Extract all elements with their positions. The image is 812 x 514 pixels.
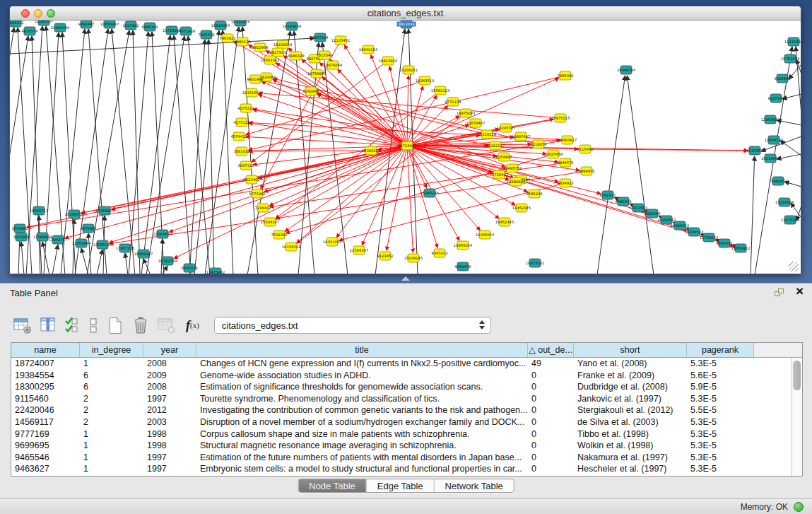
window-titlebar[interactable]: citations_edges.txt — [10, 6, 801, 21]
table-select-dropdown[interactable]: citations_edges.txt — [214, 317, 491, 334]
graph-node-label: 10653287 — [100, 22, 119, 26]
table-row[interactable]: 911546021997Tourette syndrome. Phenomeno… — [11, 393, 802, 405]
table-row[interactable]: 977716911998Corpus callosum shape and si… — [11, 428, 802, 440]
graph-node-label: 19565717 — [30, 209, 48, 213]
graph-node-label: 14463627 — [558, 138, 577, 142]
column-header-out_de[interactable]: △ out_de... — [528, 343, 574, 357]
column-header-in_degree[interactable]: in_degree — [80, 343, 143, 357]
vertical-scrollbar[interactable] — [792, 358, 802, 476]
scrollbar-thumb[interactable] — [793, 361, 801, 390]
table-row[interactable]: 2242004622012Investigating the contribut… — [11, 404, 802, 416]
table-panel: Table Panel × f(x) citations_edges.txt — [0, 283, 812, 514]
graph-node-label: 12444134 — [765, 138, 784, 142]
graph-node-label: 23676068 — [324, 63, 342, 67]
table-row[interactable]: 946554611997Estimation of the future num… — [11, 452, 802, 464]
graph-node-label: 15751074 — [781, 57, 800, 61]
canvas-resize-grip[interactable] — [789, 262, 799, 271]
graph-node-label: 18756685 — [307, 71, 326, 76]
table-row[interactable]: 1456911722003Disruption of a novel membe… — [11, 416, 802, 428]
table-cell: 5.3E-5 — [687, 452, 754, 464]
column-header-short[interactable]: short — [574, 343, 687, 357]
table-settings-icon[interactable] — [13, 316, 33, 334]
table-cell: Tourette syndrome. Phenomenology and cla… — [196, 393, 528, 405]
new-document-icon[interactable] — [106, 316, 124, 335]
graph-node-label: 16640193 — [359, 47, 377, 52]
graph-node-label: 9242848 — [302, 89, 319, 93]
delete-icon[interactable] — [131, 316, 151, 335]
table-toolbar: f(x) citations_edges.txt — [13, 315, 491, 336]
desktop-background: citations_edges.txt 18724007886012889129… — [0, 0, 812, 283]
table-row[interactable]: 969969511998Structural magnetic resonanc… — [11, 440, 802, 452]
graph-node-label: 9827503 — [269, 50, 286, 54]
graph-node-label: 20691406 — [51, 25, 69, 30]
table-cell: 6 — [80, 381, 143, 393]
graph-node-label: 7857224 — [312, 35, 329, 40]
tab-edge-table[interactable]: Edge Table — [367, 479, 435, 492]
table-cell: 0 — [528, 404, 574, 416]
network-canvas[interactable]: 1872400788601288912958182260589827503818… — [10, 21, 801, 274]
close-panel-icon[interactable]: × — [796, 284, 804, 298]
table-cell: Estimation of significance thresholds fo… — [196, 381, 528, 393]
graph-node-label: 15345145 — [420, 191, 439, 195]
graph-node-label: 8813034 — [398, 22, 415, 26]
table-cell: Stergiakouli et al. (2012) — [574, 404, 687, 416]
graph-node-label: 8215953 — [746, 148, 763, 153]
graph-node-label: 17957225 — [116, 246, 134, 250]
table-cell: 9465546 — [11, 452, 80, 464]
graph-node-label: 12093832 — [761, 117, 779, 122]
graph-node-label: 17016504 — [775, 200, 794, 204]
graph-node-label: 9835028 — [181, 266, 197, 270]
table-row[interactable]: 946362711997Embryonic stem cells: a mode… — [11, 463, 802, 475]
table-cell: 1 — [80, 440, 143, 452]
graph-node-label: 10807487 — [512, 134, 530, 139]
column-header-name[interactable]: name — [11, 343, 80, 357]
tab-node-table[interactable]: Node Table — [298, 479, 367, 492]
column-header-year[interactable]: year — [143, 343, 196, 357]
graph-node-label: 18300295 — [362, 148, 380, 153]
tab-network-table[interactable]: Network Table — [435, 479, 514, 492]
graph-node-label: 7615526 — [198, 33, 214, 37]
unselect-all-icon[interactable] — [87, 316, 100, 334]
graph-node-label: 3915918 — [13, 235, 29, 239]
graph-node-label: 8771134 — [445, 100, 461, 104]
table-row[interactable]: 1938455462009Genome-wide association stu… — [11, 370, 802, 382]
table-cell: 1998 — [143, 428, 196, 440]
graph-node-label: 18151502 — [242, 90, 261, 95]
graph-node-label: 18724007 — [398, 144, 416, 148]
graph-node-label: 11675338 — [781, 218, 799, 222]
table-cell: 22420046 — [11, 404, 80, 416]
table-cell: 2008 — [143, 381, 196, 393]
splitter-handle[interactable] — [401, 276, 410, 281]
table-cell: 0 — [528, 440, 574, 452]
table-row[interactable]: 1830029562008Estimation of significance … — [11, 381, 802, 393]
graph-node-label: 9949575 — [557, 160, 573, 165]
table-cell: 0 — [528, 381, 574, 393]
table-cell: 1998 — [143, 440, 196, 452]
graph-node-label: 10341405 — [323, 240, 341, 244]
graph-node-label: 10245547 — [497, 126, 515, 130]
table-cell: Corpus callosum shape and size in male p… — [196, 428, 528, 440]
graph-node-label: 1435081 — [11, 226, 28, 230]
graph-node-label: 12973503 — [629, 206, 647, 210]
graph-node-label: 7485083 — [557, 74, 573, 78]
column-header-pagerank[interactable]: pagerank — [687, 343, 754, 357]
graph-node-label: 16033809 — [283, 24, 301, 28]
graph-node-label: 16782759 — [158, 259, 177, 263]
citation-network-graph[interactable]: 1872400788601288912958182260589827503818… — [10, 21, 801, 274]
column-header-title[interactable]: title — [196, 343, 528, 357]
table-cell: de Silva et al. (2003) — [574, 416, 687, 428]
table-cell: 2 — [80, 416, 143, 428]
table-cell: Dudbridge et al. (2008) — [574, 381, 687, 393]
header-filler — [754, 343, 802, 357]
float-panel-icon[interactable] — [775, 288, 785, 298]
table-cell: 0 — [528, 463, 574, 475]
function-builder-icon[interactable]: f(x) — [186, 318, 199, 333]
select-all-icon[interactable] — [64, 316, 81, 334]
graph-node-label: 4574412 — [230, 134, 247, 139]
show-columns-icon[interactable] — [39, 316, 57, 334]
table-cell: 0 — [528, 452, 574, 464]
graph-node-label: 8912958 — [252, 45, 268, 49]
graph-node-label: 17975115 — [551, 116, 570, 120]
table-row[interactable]: 1872400712008Changes of HCN gene express… — [11, 358, 802, 370]
table-cell: 2008 — [143, 358, 196, 370]
